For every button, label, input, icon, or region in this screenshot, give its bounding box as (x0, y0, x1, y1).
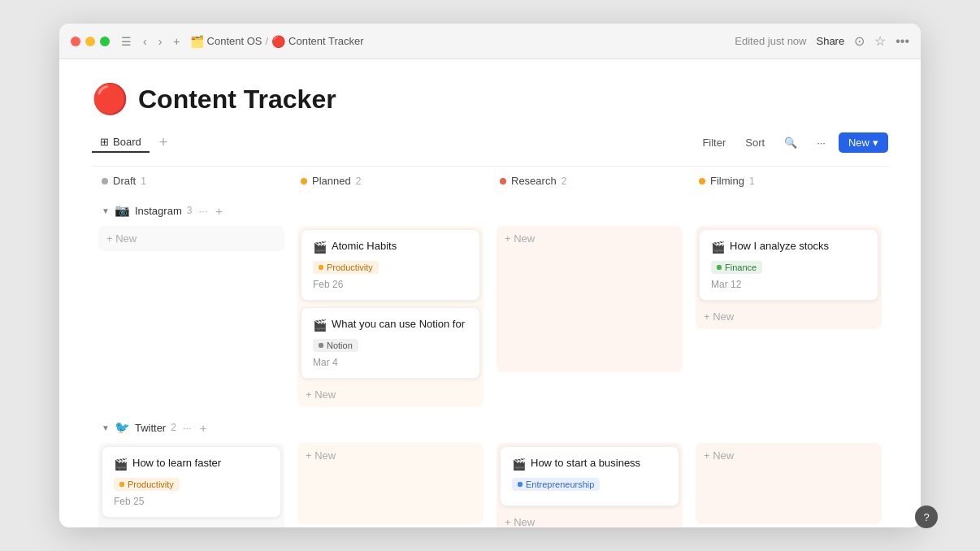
card-title: How I analyze stocks (730, 240, 829, 252)
card-start-business[interactable]: 🎬 How to start a business Entrepreneursh… (500, 446, 679, 506)
card-analyze-stocks[interactable]: 🎬 How I analyze stocks Finance Mar 12 (699, 229, 878, 301)
card-atomic-habits[interactable]: 🎬 Atomic Habits Productivity Feb 26 (301, 229, 480, 301)
app-window: ☰ ‹ › + 🗂️ Content OS / 🔴 Content Tracke… (59, 24, 921, 527)
group-header-twitter: ▼ 🐦 Twitter 2 ··· + (92, 415, 888, 443)
card-tag-notion: Notion (313, 339, 358, 352)
twitter-planned-cell: + New (297, 443, 483, 524)
breadcrumb-separator: / (265, 35, 268, 47)
twitter-more-button[interactable]: ··· (181, 422, 193, 434)
instagram-more-button[interactable]: ··· (197, 205, 209, 217)
maximize-button[interactable] (100, 37, 110, 46)
instagram-chevron[interactable]: ▼ (102, 206, 110, 215)
new-button[interactable]: New ▾ (839, 132, 888, 153)
tab-board[interactable]: ⊞ Board (92, 132, 150, 153)
column-planned: Planned 2 (291, 170, 490, 198)
group-twitter-row: ▼ 🐦 Twitter 2 ··· + (92, 415, 888, 443)
twitter-research-new-button[interactable]: + New (500, 513, 679, 527)
back-button[interactable]: ‹ (140, 33, 150, 50)
breadcrumb: 🗂️ Content OS / 🔴 Content Tracker (190, 35, 735, 48)
card-tag-finance: Finance (711, 261, 762, 274)
card-icon: 🎬 (313, 241, 327, 254)
card-title: How to start a business (531, 457, 640, 469)
close-button[interactable] (71, 37, 80, 46)
planned-count: 2 (356, 176, 362, 187)
more-options-icon[interactable]: ••• (895, 34, 909, 49)
card-icon: 🎬 (114, 458, 128, 471)
draft-label: Draft (113, 175, 136, 187)
tag-dot (319, 265, 323, 270)
instagram-label: Instagram (135, 205, 182, 217)
twitter-planned-col: + New (291, 443, 490, 527)
search-icon[interactable]: 🔍 (778, 133, 804, 152)
instagram-filming-col: 🎬 How I analyze stocks Finance Mar 12 + … (689, 226, 888, 407)
instagram-planned-new-button[interactable]: + New (301, 385, 480, 404)
instagram-icon: 📷 (115, 203, 130, 218)
twitter-filming-col: + New (689, 443, 888, 527)
card-title-row: 🎬 How to learn faster (114, 457, 269, 471)
toolbar-right: Filter Sort 🔍 ··· New ▾ (696, 132, 888, 153)
twitter-icon: 🐦 (115, 420, 130, 435)
twitter-filming-new-button[interactable]: + New (699, 446, 878, 465)
card-date: Feb 26 (313, 279, 468, 290)
research-dot (500, 178, 506, 184)
card-title: How to learn faster (132, 457, 221, 469)
card-notion[interactable]: 🎬 What you can use Notion for Notion Mar… (301, 307, 480, 379)
instagram-planned-col: 🎬 Atomic Habits Productivity Feb 26 (291, 226, 490, 407)
current-icon: 🔴 (271, 35, 285, 48)
card-icon: 🎬 (711, 241, 725, 254)
twitter-cards: 🎬 How to learn faster Productivity Feb 2… (92, 443, 888, 527)
twitter-draft-cell: 🎬 How to learn faster Productivity Feb 2… (98, 443, 284, 527)
group-header-instagram: ▼ 📷 Instagram 3 ··· + (92, 198, 888, 226)
card-title-row: 🎬 How to start a business (512, 457, 667, 471)
column-headers: Draft 1 Planned 2 Research 2 (92, 170, 888, 198)
breadcrumb-current: Content Tracker (288, 35, 364, 47)
filming-label: Filming (710, 175, 744, 187)
column-header-research: Research 2 (497, 170, 683, 192)
instagram-add-button[interactable]: + (214, 204, 224, 218)
card-tag-productivity: Productivity (313, 261, 379, 274)
twitter-planned-new-button[interactable]: + New (301, 446, 480, 465)
sort-button[interactable]: Sort (739, 133, 771, 152)
instagram-planned-cell: 🎬 Atomic Habits Productivity Feb 26 (297, 226, 483, 407)
forward-button[interactable]: › (155, 33, 166, 50)
filming-count: 1 (749, 176, 755, 187)
column-filming: Filming 1 (689, 170, 888, 198)
nav-buttons: ☰ ‹ › + (118, 33, 184, 50)
instagram-draft-new-button[interactable]: + New (102, 229, 281, 248)
twitter-research-cell: 🎬 How to start a business Entrepreneursh… (497, 443, 683, 527)
titlebar: ☰ ‹ › + 🗂️ Content OS / 🔴 Content Tracke… (59, 24, 921, 59)
filming-dot (699, 178, 705, 184)
card-tag-productivity2: Productivity (114, 478, 180, 491)
star-icon[interactable]: ☆ (874, 33, 886, 49)
column-header-planned: Planned 2 (297, 170, 483, 192)
page-content: 🔴 Content Tracker ⊞ Board + Filter Sort … (59, 59, 921, 527)
breadcrumb-parent[interactable]: Content OS (207, 35, 262, 47)
instagram-research-new-button[interactable]: + New (500, 229, 679, 248)
twitter-draft-new-button[interactable]: + New (102, 524, 281, 527)
page-icon: 🔴 (92, 82, 128, 116)
minimize-button[interactable] (85, 37, 95, 46)
traffic-lights (71, 37, 110, 46)
history-icon[interactable]: ⊙ (854, 33, 865, 49)
instagram-filming-cell: 🎬 How I analyze stocks Finance Mar 12 + … (696, 226, 882, 329)
menu-icon[interactable]: ☰ (118, 33, 135, 50)
toolbar-more-button[interactable]: ··· (810, 133, 832, 152)
add-page-button[interactable]: + (170, 33, 183, 50)
group-instagram-row: ▼ 📷 Instagram 3 ··· + (92, 198, 888, 226)
tag-dot (119, 482, 124, 487)
filter-button[interactable]: Filter (696, 133, 732, 152)
add-view-button[interactable]: + (154, 132, 173, 153)
column-draft: Draft 1 (92, 170, 291, 198)
twitter-chevron[interactable]: ▼ (102, 423, 110, 432)
instagram-draft-cell: + New (98, 226, 284, 251)
edited-status: Edited just now (735, 35, 806, 47)
tag-dot (717, 265, 722, 270)
instagram-count: 3 (187, 205, 193, 216)
card-title-row: 🎬 What you can use Notion for (313, 318, 468, 332)
card-learn-faster[interactable]: 🎬 How to learn faster Productivity Feb 2… (102, 446, 281, 518)
share-button[interactable]: Share (816, 35, 844, 47)
twitter-add-button[interactable]: + (198, 421, 209, 435)
card-date: Feb 25 (114, 496, 269, 507)
instagram-filming-new-button[interactable]: + New (699, 307, 878, 326)
instagram-research-col: + New (490, 226, 689, 407)
